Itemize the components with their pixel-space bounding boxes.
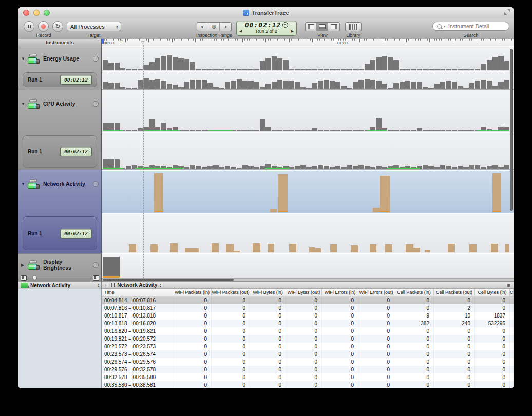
zoom-slider[interactable]	[28, 278, 91, 279]
record-button[interactable]	[38, 21, 49, 32]
track-bar	[300, 87, 306, 89]
inspection-range-end-button[interactable]: ◑	[220, 23, 231, 31]
column-header[interactable]: Cell Packets (in)	[394, 289, 434, 296]
table-row[interactable]: 00:10.817 – 00:13.8180000009101837	[102, 312, 514, 320]
cell-value: 0	[322, 304, 358, 312]
inspection-range-start-button[interactable]: ◐	[197, 23, 208, 31]
cell-value: 0	[322, 320, 358, 327]
table-row[interactable]: 00:13.818 – 00:16.820000000382240532295	[102, 320, 514, 327]
view-left-panel-button[interactable]	[306, 23, 317, 31]
cell-value: 0	[250, 296, 286, 304]
column-header[interactable]: WiFi Packets (out)	[212, 289, 250, 296]
track-network-activity-run1[interactable]	[102, 213, 514, 253]
run-card-energy[interactable]: Run 1 00:02:12	[23, 72, 97, 87]
track-bar	[300, 69, 306, 70]
flag-marker-icon[interactable]: ⚐	[120, 39, 124, 44]
inspection-range-clear-button[interactable]: ◎	[208, 23, 220, 31]
column-header[interactable]: WiFi Errors (in)	[322, 289, 358, 296]
info-icon[interactable]: i	[93, 56, 99, 62]
track-bar	[413, 248, 420, 252]
track-bar	[143, 78, 148, 89]
cell-value: 0	[173, 373, 212, 381]
sidebar-item-energy-usage[interactable]: ▼ Energy Usage i Run 1 00:02:12	[18, 46, 102, 90]
track-energy-usage[interactable]	[102, 46, 514, 71]
sidebar-item-display-brightness[interactable]: ▶ Display Brightness i	[18, 253, 102, 275]
info-icon[interactable]: i	[93, 101, 99, 107]
track-cpu-activity[interactable]	[102, 90, 514, 132]
track-bar	[347, 88, 352, 89]
column-header[interactable]: Time	[102, 289, 173, 296]
strategy-select[interactable]: Network Activity ▴▾	[18, 281, 102, 289]
zoom-slider-knob[interactable]	[32, 275, 37, 280]
column-header[interactable]: C	[510, 289, 514, 296]
info-icon[interactable]: i	[93, 181, 99, 187]
cell-value: 0	[475, 343, 510, 350]
chevron-updown-icon: ▴▾	[116, 25, 118, 29]
table-row[interactable]: 00:35.580 – 00:38.581000000000	[102, 381, 514, 388]
grid-view-icon[interactable]	[109, 283, 115, 287]
disclosure-triangle-icon[interactable]: ▼	[21, 56, 26, 61]
titlebar[interactable]: TransferTrace	[18, 7, 514, 19]
disclosure-triangle-icon[interactable]: ▼	[21, 102, 26, 106]
timeline-ruler[interactable]: 00:00 01:00 ⚐	[102, 39, 514, 46]
track-bar	[475, 81, 480, 89]
view-bottom-panel-button[interactable]	[317, 23, 328, 31]
pause-button[interactable]	[24, 21, 34, 32]
track-cpu-activity-run1[interactable]	[102, 132, 514, 170]
library-button[interactable]	[345, 22, 362, 31]
zoom-small-icon[interactable]	[21, 275, 27, 281]
run-prev-arrow[interactable]: ◀	[239, 29, 242, 34]
table-row[interactable]: 00:20.572 – 00:23.573000000000	[102, 343, 514, 350]
run-next-arrow[interactable]: ▶	[291, 29, 294, 34]
table-row[interactable]: 00:16.820 – 00:19.821000000000	[102, 327, 514, 335]
table-row[interactable]: 00:04.814 – 00:07.816000000000	[102, 296, 514, 304]
track-bar	[149, 62, 155, 70]
track-bar	[330, 244, 337, 252]
table-row[interactable]: 00:29.576 – 00:32.578000000000	[102, 366, 514, 373]
cell-value: 0	[394, 366, 434, 373]
table-row[interactable]: 00:07.816 – 00:10.817000000020	[102, 304, 514, 312]
sidebar-item-network-activity[interactable]: ▼ Network Activity i Run 1 00:02:12	[18, 170, 102, 253]
column-header[interactable]: Cell Packets (out)	[434, 289, 475, 296]
view-right-panel-button[interactable]	[328, 23, 339, 31]
table-row[interactable]: 00:23.573 – 00:26.574000000000	[102, 350, 514, 358]
cell-value: 0	[250, 304, 286, 312]
run-card-cpu[interactable]: Run 1 00:02:12	[23, 135, 97, 168]
track-bar	[138, 80, 143, 89]
cell-value: 0	[394, 358, 434, 366]
column-header[interactable]: Cell Bytes (in)	[475, 289, 510, 296]
cell-value: 0	[173, 296, 212, 304]
track-bar	[330, 81, 335, 89]
vertical-scrollbar[interactable]	[510, 49, 513, 211]
column-header[interactable]: WiFi Errors (out)	[358, 289, 394, 296]
search-field[interactable]: ▾	[432, 22, 509, 31]
sidebar-item-cpu-activity[interactable]: ▼ CPU Activity i Run 1 00:02:12	[18, 90, 102, 170]
target-dot-icon[interactable]	[282, 22, 288, 28]
breadcrumb[interactable]: Network Activity	[117, 282, 157, 288]
track-energy-usage-run1[interactable]	[102, 71, 514, 90]
horizontal-scrollbar[interactable]	[103, 279, 234, 281]
cell-value: 0	[322, 327, 358, 335]
menu-icon[interactable]: ≡	[507, 282, 510, 288]
table-row[interactable]: 00:32.578 – 00:35.580000000000	[102, 373, 514, 381]
cell-value: 0	[250, 335, 286, 343]
target-select[interactable]: All Processes ▴▾	[67, 22, 121, 31]
chevron-updown-icon[interactable]: ▴▾	[160, 283, 161, 287]
table-row[interactable]: 00:26.574 – 00:29.576000000000	[102, 358, 514, 366]
track-display-brightness[interactable]	[102, 253, 514, 279]
search-input[interactable]	[447, 23, 505, 30]
table-row[interactable]: 00:19.821 – 00:20.572000000000	[102, 335, 514, 343]
playhead-triangle-icon[interactable]: ▽	[141, 41, 144, 45]
column-header[interactable]: WiFi Bytes (out)	[286, 289, 322, 296]
info-icon[interactable]: i	[93, 262, 99, 268]
zoom-large-icon[interactable]	[93, 275, 99, 281]
column-header[interactable]: WiFi Packets (in)	[173, 289, 212, 296]
track-bars	[103, 254, 509, 278]
column-header[interactable]: WiFi Bytes (in)	[250, 289, 286, 296]
track-network-activity-selected[interactable]	[102, 170, 514, 213]
fullscreen-icon[interactable]	[504, 9, 510, 15]
loop-button[interactable]: ↻	[52, 21, 63, 32]
run-card-network[interactable]: Run 1 00:02:12	[23, 216, 97, 250]
disclosure-triangle-icon[interactable]: ▶	[21, 263, 26, 267]
disclosure-triangle-icon[interactable]: ▼	[21, 182, 26, 186]
